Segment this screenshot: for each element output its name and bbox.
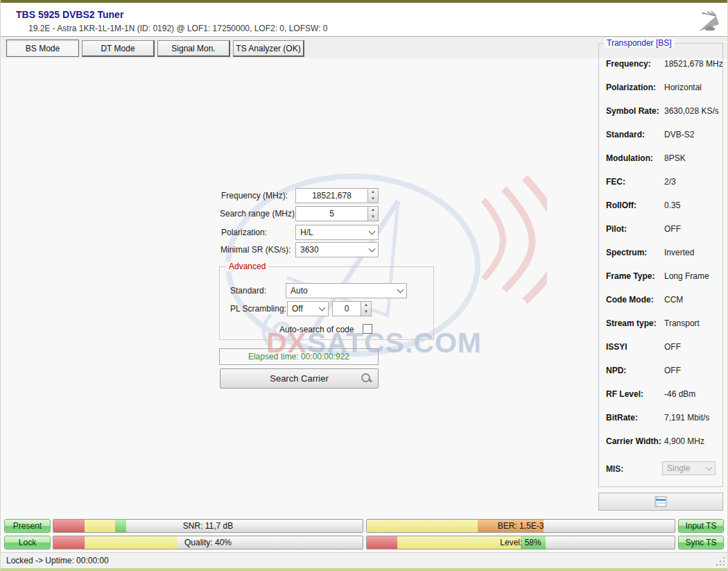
app-title: TBS 5925 DVBS2 Tuner bbox=[16, 9, 123, 20]
ber-text: BER: 1,5E-3 bbox=[367, 520, 675, 532]
standard-value: Auto bbox=[286, 286, 394, 296]
minimal-sr-dropdown[interactable]: 3630 bbox=[295, 242, 379, 257]
frequency-spin-buttons[interactable]: ▲▼ bbox=[367, 189, 378, 203]
frequency-label: Frequency (MHz): bbox=[221, 191, 288, 201]
tab-dt-mode-label: DT Mode bbox=[101, 44, 135, 53]
tab-signal-mon-label: Signal Mon. bbox=[171, 44, 215, 53]
pl-code-spin-buttons[interactable]: ▲▼ bbox=[361, 302, 371, 316]
present-label: Present bbox=[13, 521, 42, 531]
standard-dropdown[interactable]: Auto bbox=[286, 283, 407, 298]
search-carrier-label: Search Carrier bbox=[270, 373, 329, 384]
polarization-value: H/L bbox=[296, 228, 365, 237]
polarization-dropdown[interactable]: H/L bbox=[295, 225, 379, 240]
transponder-panel: Transponder [BS] Frequency:18521,678 MHz… bbox=[598, 43, 723, 487]
tp-row-polarization: Polarization:Horizontal bbox=[606, 83, 717, 92]
frequency-input[interactable]: 18521,678 ▲▼ bbox=[295, 188, 379, 203]
chevron-down-icon[interactable] bbox=[365, 225, 378, 239]
search-range-input[interactable]: 5 ▲▼ bbox=[295, 206, 379, 221]
resize-grip[interactable] bbox=[716, 557, 725, 566]
frequency-value[interactable]: 18521,678 bbox=[296, 191, 367, 201]
chevron-down-icon[interactable] bbox=[365, 243, 378, 257]
window-bottom-edge bbox=[1, 568, 728, 571]
tab-dt-mode[interactable]: DT Mode bbox=[82, 40, 155, 57]
tp-row-rf-level: RF Level:-46 dBm bbox=[606, 389, 717, 399]
level-text: Level: 58% bbox=[367, 536, 675, 549]
chevron-down-icon[interactable] bbox=[394, 284, 406, 298]
tp-row-code-mode: Code Mode:CCM bbox=[606, 295, 717, 305]
transponder-details-button[interactable] bbox=[598, 493, 723, 511]
search-range-label: Search range (MHz): bbox=[220, 209, 297, 219]
sync-ts-indicator-button[interactable]: Sync TS bbox=[678, 536, 724, 549]
tab-signal-mon[interactable]: Signal Mon. bbox=[157, 40, 230, 57]
magnifier-icon bbox=[361, 373, 372, 384]
tp-row-standard: Standard:DVB-S2 bbox=[606, 130, 717, 139]
tp-row-symbol-rate: Symbol Rate:3630,028 KS/s bbox=[606, 106, 717, 116]
lock-label: Lock bbox=[19, 538, 36, 547]
polarization-label: Polarization: bbox=[221, 228, 267, 237]
header: TBS 5925 DVBS2 Tuner 19.2E - Astra 1KR-1… bbox=[1, 3, 728, 36]
minimal-sr-value: 3630 bbox=[296, 245, 365, 255]
tp-row-fec: FEC:2/3 bbox=[606, 177, 717, 187]
advanced-groupbox: Advanced Standard: Auto PL Scrambling: O… bbox=[219, 266, 434, 340]
present-indicator-button[interactable]: Present bbox=[4, 519, 51, 533]
pl-code-value[interactable]: 0 bbox=[333, 304, 361, 314]
list-details-icon bbox=[654, 496, 668, 507]
spin-down-icon[interactable]: ▼ bbox=[368, 214, 378, 221]
tp-row-modulation: Modulation:8PSK bbox=[606, 153, 717, 163]
elapsed-time-box: Elapsed time: 00:00:00:922 bbox=[219, 348, 379, 365]
mis-dropdown: Single bbox=[662, 461, 716, 475]
spin-up-icon[interactable]: ▲ bbox=[361, 302, 371, 309]
pl-code-input[interactable]: 0 ▲▼ bbox=[332, 301, 372, 316]
tp-row-spectrum: Spectrum:Inverted bbox=[606, 248, 717, 257]
transponder-title: Transponder [BS] bbox=[604, 38, 675, 48]
tp-row-npd: NPD:OFF bbox=[606, 366, 717, 375]
tp-row-pilot: Pilot:OFF bbox=[606, 224, 717, 234]
tab-bs-mode[interactable]: BS Mode bbox=[6, 40, 79, 57]
tp-row-issyi: ISSYIOFF bbox=[606, 342, 717, 352]
status-text: Locked -> Uptime: 00:00:00 bbox=[6, 556, 109, 565]
status-bar: Locked -> Uptime: 00:00:00 bbox=[1, 552, 728, 568]
auto-search-label: Auto-search of code bbox=[279, 325, 354, 334]
elapsed-time-text: Elapsed time: 00:00:00:922 bbox=[248, 352, 349, 361]
app-window: TBS 5925 DVBS2 Tuner 19.2E - Astra 1KR-1… bbox=[0, 0, 728, 571]
spin-down-icon[interactable]: ▼ bbox=[361, 309, 371, 316]
satellite-dish-icon bbox=[693, 10, 722, 34]
tab-bs-mode-label: BS Mode bbox=[26, 44, 60, 53]
snr-bar: SNR: 11,7 dB bbox=[53, 519, 363, 533]
tab-ts-analyzer[interactable]: TS Analyzer (OK) bbox=[233, 40, 304, 57]
sync-ts-label: Sync TS bbox=[685, 538, 716, 547]
tp-row-frame-type: Frame Type:Long Frame bbox=[606, 271, 717, 281]
input-ts-label: Input TS bbox=[685, 521, 716, 531]
chevron-down-icon bbox=[702, 462, 715, 475]
advanced-title: Advanced bbox=[226, 262, 268, 271]
tp-row-frequency: Frequency:18521,678 MHz bbox=[606, 59, 717, 69]
pl-scrambling-dropdown[interactable]: Off bbox=[287, 301, 329, 316]
spin-up-icon[interactable]: ▲ bbox=[368, 207, 378, 214]
lock-indicator-button[interactable]: Lock bbox=[4, 536, 51, 549]
standard-label: Standard: bbox=[230, 286, 266, 296]
minimal-sr-label: Minimal SR (KS/s): bbox=[220, 245, 291, 255]
search-range-value[interactable]: 5 bbox=[296, 209, 367, 219]
tab-ts-analyzer-label: TS Analyzer (OK) bbox=[236, 44, 300, 53]
satellite-info-subtitle: 19.2E - Astra 1KR-1L-1M-1N (ID: 0192) @ … bbox=[28, 24, 327, 33]
ber-bar: BER: 1,5E-3 bbox=[366, 519, 675, 533]
mis-value: Single bbox=[663, 463, 702, 473]
quality-bar: Quality: 40% bbox=[53, 536, 363, 549]
auto-search-checkbox[interactable] bbox=[363, 324, 372, 334]
chevron-down-icon[interactable] bbox=[315, 302, 328, 316]
mis-label: MIS: bbox=[606, 464, 623, 474]
pl-scrambling-label: PL Scrambling: bbox=[230, 304, 286, 314]
tp-row-stream-type: Stream type:Transport bbox=[606, 318, 717, 328]
tp-row-carrier-width: Carrier Width:4,900 MHz bbox=[606, 436, 717, 446]
spin-down-icon[interactable]: ▼ bbox=[368, 196, 378, 203]
level-bar: Level: 58% bbox=[366, 536, 675, 549]
search-range-spin-buttons[interactable]: ▲▼ bbox=[367, 207, 378, 221]
snr-text: SNR: 11,7 dB bbox=[53, 520, 363, 532]
input-ts-indicator-button[interactable]: Input TS bbox=[678, 519, 724, 533]
pl-scrambling-value: Off bbox=[288, 304, 315, 314]
search-carrier-button[interactable]: Search Carrier bbox=[220, 368, 379, 389]
spin-up-icon[interactable]: ▲ bbox=[368, 189, 378, 196]
quality-text: Quality: 40% bbox=[53, 536, 363, 549]
tp-row-bitrate: BitRate:7,191 Mbit/s bbox=[606, 413, 717, 423]
tp-row-rolloff: RollOff:0.35 bbox=[606, 201, 717, 210]
